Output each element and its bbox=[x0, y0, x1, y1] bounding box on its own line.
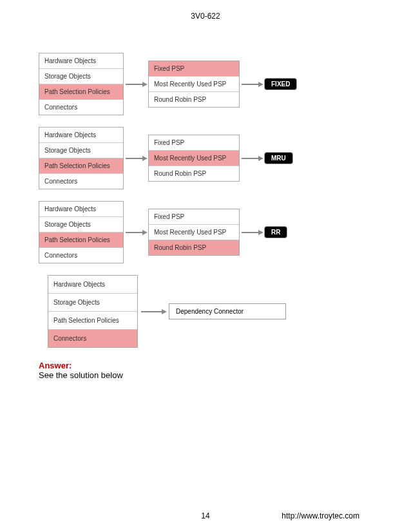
svg-marker-3 bbox=[258, 82, 263, 87]
list-item-highlight: Most Recently Used PSP bbox=[149, 151, 239, 166]
left-box-4: Hardware Objects Storage Objects Path Se… bbox=[48, 275, 138, 348]
arrow-icon bbox=[124, 155, 148, 162]
list-item-highlight: Path Selection Policies bbox=[39, 158, 123, 174]
page-header: 3V0-622 bbox=[0, 0, 411, 21]
list-item: Hardware Objects bbox=[48, 276, 137, 294]
list-item: Storage Objects bbox=[39, 217, 123, 233]
result-pill-rr: RR bbox=[264, 226, 287, 238]
svg-marker-5 bbox=[142, 156, 148, 161]
list-item: Round Robin PSP bbox=[149, 92, 239, 107]
list-item: Storage Objects bbox=[39, 69, 123, 84]
list-item: Hardware Objects bbox=[39, 128, 123, 143]
svg-marker-13 bbox=[162, 309, 167, 314]
list-item: Path Selection Policies bbox=[48, 312, 137, 330]
list-item: Most Recently Used PSP bbox=[149, 225, 239, 240]
mid-box-1: Fixed PSP Most Recently Used PSP Round R… bbox=[148, 61, 240, 108]
result-pill-mru: MRU bbox=[264, 152, 293, 164]
list-item-highlight: Fixed PSP bbox=[149, 61, 239, 77]
list-item: Connectors bbox=[39, 248, 123, 263]
left-box-1: Hardware Objects Storage Objects Path Se… bbox=[39, 53, 124, 115]
arrow-icon bbox=[240, 81, 264, 88]
list-item: Storage Objects bbox=[48, 294, 137, 312]
page-number: 14 bbox=[201, 511, 209, 520]
left-box-2: Hardware Objects Storage Objects Path Se… bbox=[39, 127, 124, 189]
list-item: Storage Objects bbox=[39, 143, 123, 158]
mapping-row-1: Hardware Objects Storage Objects Path Se… bbox=[39, 53, 372, 115]
mapping-row-4: Hardware Objects Storage Objects Path Se… bbox=[48, 275, 372, 348]
list-item: Fixed PSP bbox=[149, 135, 239, 151]
list-item: Round Robin PSP bbox=[149, 166, 239, 181]
list-item: Connectors bbox=[39, 174, 123, 189]
arrow-icon bbox=[240, 155, 264, 162]
mid-box-3: Fixed PSP Most Recently Used PSP Round R… bbox=[148, 209, 240, 256]
list-item-highlight: Path Selection Policies bbox=[39, 233, 123, 248]
result-pill-fixed: FIXED bbox=[264, 78, 297, 90]
mapping-row-3: Hardware Objects Storage Objects Path Se… bbox=[39, 201, 372, 263]
arrow-icon bbox=[124, 229, 148, 236]
svg-marker-11 bbox=[258, 230, 263, 235]
mid-box-2: Fixed PSP Most Recently Used PSP Round R… bbox=[148, 135, 240, 182]
arrow-icon bbox=[138, 308, 169, 316]
list-item: Hardware Objects bbox=[39, 202, 123, 217]
list-item-highlight: Path Selection Policies bbox=[39, 84, 123, 100]
left-box-3: Hardware Objects Storage Objects Path Se… bbox=[39, 201, 124, 263]
answer-label: Answer: bbox=[39, 361, 372, 370]
footer-url: http://www.troytec.com bbox=[282, 511, 359, 520]
list-item: Most Recently Used PSP bbox=[149, 77, 239, 92]
content-area: Hardware Objects Storage Objects Path Se… bbox=[0, 21, 411, 380]
svg-marker-1 bbox=[142, 82, 148, 87]
svg-marker-7 bbox=[258, 156, 263, 161]
mapping-row-2: Hardware Objects Storage Objects Path Se… bbox=[39, 127, 372, 189]
list-item: Fixed PSP bbox=[149, 209, 239, 225]
arrow-icon bbox=[240, 229, 264, 236]
list-item: Hardware Objects bbox=[39, 53, 123, 69]
arrow-icon bbox=[124, 81, 148, 88]
answer-text: See the solution below bbox=[39, 370, 372, 380]
svg-marker-9 bbox=[142, 230, 148, 235]
answer-block: Answer: See the solution below bbox=[39, 361, 372, 380]
page-footer: 14 http://www.troytec.com bbox=[0, 511, 411, 520]
dependency-connector-box: Dependency Connector bbox=[169, 303, 286, 319]
list-item-highlight: Round Robin PSP bbox=[149, 240, 239, 255]
list-item: Connectors bbox=[39, 100, 123, 115]
list-item-highlight: Connectors bbox=[48, 330, 137, 347]
